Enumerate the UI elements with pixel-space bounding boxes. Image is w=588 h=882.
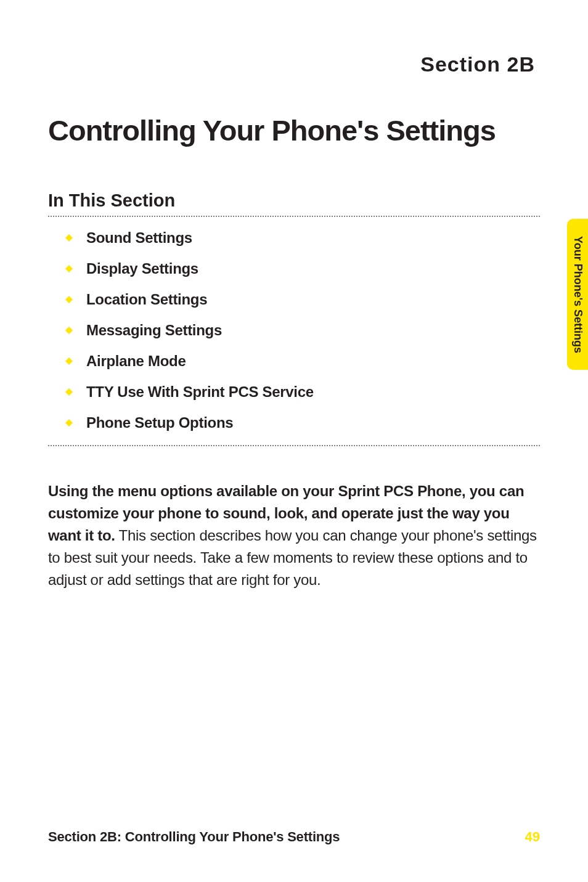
diamond-icon [65, 419, 73, 427]
diamond-icon [65, 265, 73, 272]
toc-item: Display Settings [48, 260, 540, 277]
side-tab: Your Phone's Settings [567, 219, 588, 370]
diamond-icon [65, 296, 73, 303]
toc-list: Sound Settings Display Settings Location… [48, 229, 540, 431]
diamond-icon [65, 234, 73, 242]
toc-label: Messaging Settings [86, 322, 222, 339]
body-paragraph: Using the menu options available on your… [48, 480, 540, 591]
toc-label: Airplane Mode [86, 353, 186, 370]
toc-item: Messaging Settings [48, 322, 540, 339]
toc-item: Phone Setup Options [48, 414, 540, 431]
toc-label: Location Settings [86, 291, 207, 308]
diamond-icon [65, 327, 73, 334]
svg-marker-2 [65, 296, 73, 303]
svg-marker-3 [65, 327, 73, 334]
diamond-icon [65, 357, 73, 365]
svg-marker-6 [65, 419, 73, 427]
footer-title: Section 2B: Controlling Your Phone's Set… [48, 829, 340, 845]
svg-marker-0 [65, 234, 73, 242]
toc-label: Phone Setup Options [86, 414, 233, 431]
chapter-title: Controlling Your Phone's Settings [48, 113, 540, 147]
toc-item: Airplane Mode [48, 353, 540, 370]
toc-label: Display Settings [86, 260, 198, 277]
diamond-icon [65, 388, 73, 396]
svg-marker-4 [65, 357, 73, 365]
divider-top [48, 216, 540, 217]
page-footer: Section 2B: Controlling Your Phone's Set… [48, 829, 540, 845]
svg-marker-1 [65, 265, 73, 272]
toc-label: TTY Use With Sprint PCS Service [86, 383, 314, 401]
body-regular-text: This section describes how you can chang… [48, 527, 537, 588]
toc-item: Location Settings [48, 291, 540, 308]
svg-marker-5 [65, 388, 73, 396]
divider-bottom [48, 445, 540, 446]
toc-item: TTY Use With Sprint PCS Service [48, 383, 540, 401]
in-this-section-heading: In This Section [48, 190, 540, 211]
side-tab-label: Your Phone's Settings [571, 236, 584, 353]
toc-label: Sound Settings [86, 229, 192, 247]
page-number: 49 [525, 829, 540, 845]
section-label: Section 2B [48, 52, 535, 76]
toc-item: Sound Settings [48, 229, 540, 247]
